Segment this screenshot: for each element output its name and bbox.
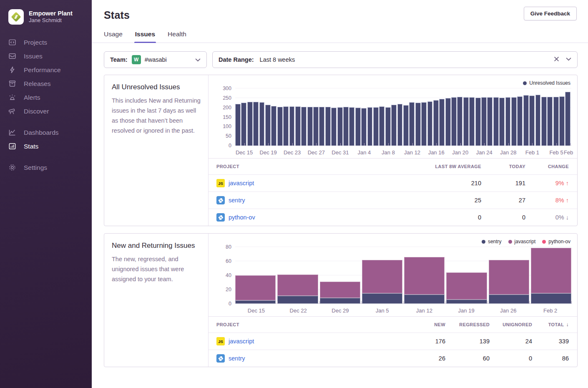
legend-item-unresolved-issues[interactable]: Unresolved Issues	[523, 80, 570, 86]
column-header: PROJECT	[216, 322, 396, 327]
sidebar-item-settings[interactable]: Settings	[0, 161, 92, 174]
table-cell-value: 0	[410, 214, 481, 221]
bar	[439, 99, 445, 146]
project-cell: JSjavascript	[216, 337, 396, 345]
panel-title: New and Returning Issues	[112, 242, 201, 250]
panel-all-unresolved-issues: All Unresolved Issues This includes New …	[104, 75, 578, 226]
sidebar-item-dashboards[interactable]: Dashboards	[0, 126, 92, 139]
panel-description-column: All Unresolved Issues This includes New …	[104, 75, 209, 226]
project-link[interactable]: python-ov	[229, 214, 255, 221]
project-link[interactable]: javascript	[229, 180, 254, 186]
table-cell-value: 176	[396, 338, 445, 345]
x-axis-tick-label: Dec 15	[236, 149, 253, 156]
x-axis-tick-label: Feb 5	[549, 149, 563, 156]
x-axis-tick-label: Feb	[564, 149, 573, 156]
x-axis-tick-label: Dec 19	[260, 149, 277, 156]
legend-item-python-ov[interactable]: python-ov	[542, 239, 570, 244]
change-cell: 9% ↑	[525, 180, 569, 186]
legend-item-sentry[interactable]: sentry	[482, 239, 502, 244]
bar	[433, 100, 439, 146]
stacked-bar	[489, 260, 529, 304]
x-axis-tick-label: Jan 24	[476, 149, 493, 156]
date-range-select[interactable]: Date Range: Last 8 weeks	[212, 51, 578, 68]
table-row: sentry25278% ↑	[209, 191, 577, 209]
unresolved-issues-chart[interactable]: Unresolved Issues 050100150200250300 Dec…	[209, 75, 577, 158]
python-project-icon	[216, 196, 225, 204]
bar	[499, 98, 505, 146]
give-feedback-button[interactable]: Give Feedback	[524, 7, 577, 20]
y-axis-tick-label: 250	[223, 95, 231, 101]
bar	[427, 101, 433, 146]
table-cell-value: 0	[490, 355, 532, 362]
bar	[379, 106, 384, 146]
org-name: Empower Plant	[29, 10, 73, 17]
tab-usage[interactable]: Usage	[104, 30, 123, 43]
stacked-bar	[404, 257, 445, 304]
clear-date-icon[interactable]	[554, 56, 559, 63]
x-axis-tick-label: Jan 20	[452, 149, 468, 156]
project-link[interactable]: javascript	[229, 338, 254, 345]
table-cell-value: 339	[532, 338, 569, 345]
y-axis-tick-label: 100	[223, 123, 231, 129]
legend-label: python-ov	[548, 239, 570, 244]
chevron-down-icon[interactable]	[566, 56, 571, 63]
x-axis-tick	[445, 301, 446, 304]
column-header[interactable]: NEW	[396, 322, 445, 327]
bar-segment-sentry	[235, 300, 276, 304]
y-axis-tick-label: 200	[223, 105, 231, 111]
x-axis-tick	[364, 143, 364, 146]
new-returning-issues-chart[interactable]: sentryjavascriptpython-ov 020406080 Dec …	[209, 234, 577, 316]
tab-issues[interactable]: Issues	[135, 30, 155, 43]
column-header[interactable]: REGRESSED	[445, 322, 490, 327]
x-axis-tick-label: Jan 12	[404, 149, 420, 156]
bar	[469, 97, 475, 146]
x-axis-tick	[556, 143, 557, 146]
stats-icon	[8, 142, 16, 150]
sidebar-item-releases[interactable]: Releases	[0, 77, 92, 91]
y-axis-tick-label: 50	[226, 133, 231, 139]
table-header-row: PROJECTNEWREGRESSEDUNIGNOREDTOTAL ↓	[209, 317, 577, 333]
tab-health[interactable]: Health	[168, 30, 186, 43]
sidebar-item-issues[interactable]: Issues	[0, 49, 92, 63]
table-header-row: PROJECTLAST 8W AVERAGETODAYCHANGE	[209, 159, 577, 174]
project-link[interactable]: sentry	[229, 197, 245, 204]
sidebar-item-stats[interactable]: Stats	[0, 139, 92, 153]
project-link[interactable]: sentry	[229, 355, 245, 362]
x-axis-tick	[388, 143, 389, 146]
sidebar-item-discover[interactable]: Discover	[0, 104, 92, 118]
x-axis-tick	[319, 301, 320, 304]
bar	[487, 97, 493, 146]
date-range-label: Date Range:	[219, 56, 254, 63]
bar	[505, 97, 511, 146]
project-cell: sentry	[216, 196, 410, 204]
sidebar-item-label: Alerts	[24, 94, 40, 101]
legend-item-javascript[interactable]: javascript	[508, 239, 536, 244]
stacked-bar	[362, 260, 402, 304]
chevron-down-icon	[195, 57, 201, 63]
sidebar-item-alerts[interactable]: Alerts	[0, 91, 92, 104]
column-header[interactable]: TOTAL ↓	[532, 322, 569, 328]
sidebar-item-performance[interactable]: Performance	[0, 63, 92, 77]
sidebar-item-projects[interactable]: Projects	[0, 35, 92, 49]
x-axis-tick	[340, 143, 341, 146]
column-header: LAST 8W AVERAGE	[410, 164, 481, 169]
bar	[541, 97, 547, 146]
change-cell: 8% ↑	[525, 197, 569, 204]
sidebar-item-label: Performance	[24, 66, 61, 74]
bar	[343, 107, 349, 146]
column-header[interactable]: UNIGNORED	[490, 322, 532, 327]
org-switcher[interactable]: Empower Plant Jane Schmidt	[0, 8, 92, 35]
new-returning-issues-table: PROJECTNEWREGRESSEDUNIGNOREDTOTAL ↓JSjav…	[209, 316, 577, 367]
sidebar-nav: Projects Issues Performance Releases Ale…	[0, 35, 92, 174]
legend-dot	[482, 240, 485, 244]
javascript-icon: JS	[216, 337, 225, 345]
x-axis-tick	[361, 301, 362, 304]
bar	[445, 98, 451, 146]
table-cell-value: 210	[410, 180, 481, 186]
team-select[interactable]: Team: W #wasabi	[104, 51, 207, 68]
legend-dot	[508, 240, 512, 244]
table-cell-value: 191	[481, 180, 525, 186]
x-axis-tick-label: Feb 1	[525, 149, 539, 156]
issues-icon	[8, 52, 16, 60]
bar	[547, 97, 553, 146]
